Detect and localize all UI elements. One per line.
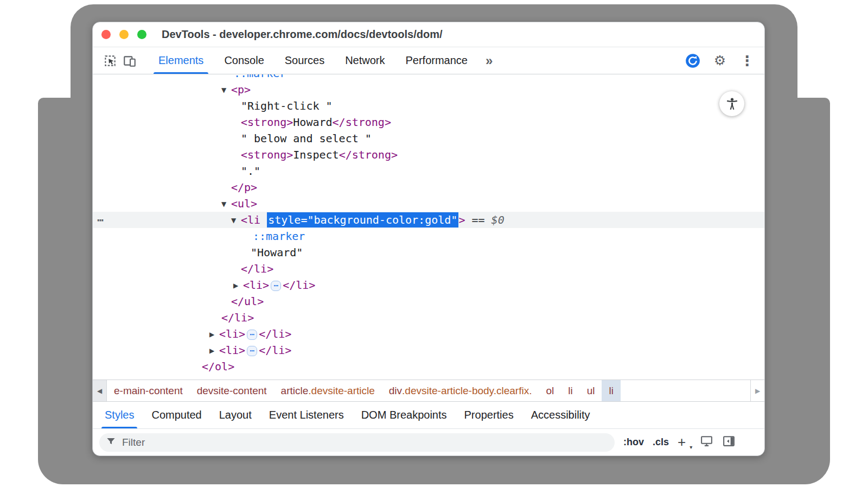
filter-input[interactable] (121, 436, 608, 449)
dom-tree-row[interactable]: ⋯▼<li style="background-color:gold"> == … (93, 212, 764, 228)
dom-tree-row[interactable]: "Right-click " (93, 98, 764, 114)
tab-sources[interactable]: Sources (275, 47, 335, 74)
window-title: DevTools - developer.chrome.com/docs/dev… (162, 28, 443, 41)
tab-computed[interactable]: Computed (143, 402, 210, 428)
dom-tree-row[interactable]: ▼<ul> (93, 195, 764, 212)
toolbar-right: ⚙ ⋮ (683, 47, 757, 74)
rendering-emulation-icon[interactable] (700, 434, 713, 450)
dom-tree-row[interactable]: <strong>Howard</strong> (93, 114, 764, 130)
crumb-classes: .devsite-article (308, 385, 375, 397)
breadcrumb-item-article-devsite-article[interactable]: article.devsite-article (274, 380, 382, 401)
crumb-scroll-right-icon[interactable]: ▶ (750, 380, 764, 401)
dom-token-tag: </strong> (339, 148, 398, 161)
expand-arrow-icon[interactable]: ▶ (209, 343, 219, 359)
tab-layout[interactable]: Layout (210, 402, 260, 428)
dom-tree-row[interactable]: "Howard" (93, 244, 764, 261)
tab-accessibility[interactable]: Accessibility (522, 402, 599, 428)
dom-tree-row[interactable]: ::marker (93, 228, 764, 244)
dom-token-attrsel: style="background-color:gold" (267, 212, 458, 227)
dom-token-eq: == (465, 213, 491, 226)
dom-tree-row[interactable]: ▶<li>⋯</li> (93, 326, 764, 342)
tab-dom-breakpoints[interactable]: DOM Breakpoints (353, 402, 456, 428)
collapsed-content-icon[interactable]: ⋯ (247, 346, 257, 356)
collapse-arrow-icon[interactable]: ▼ (221, 82, 231, 98)
more-tabs-button[interactable]: » (478, 47, 500, 74)
dom-token-text: "." (241, 165, 260, 178)
breadcrumb-item-ol[interactable]: ol (539, 380, 561, 401)
panel-tabs: ElementsConsoleSourcesNetworkPerformance (148, 47, 478, 74)
dom-tree-row[interactable]: </ul> (93, 293, 764, 309)
tab-styles[interactable]: Styles (96, 402, 143, 428)
breadcrumb-item-ul[interactable]: ul (580, 380, 602, 401)
dom-token-tag: </li> (259, 327, 291, 340)
dom-tree-row[interactable]: ▼<p> (93, 81, 764, 98)
dom-token-text: Howard (293, 116, 332, 129)
crumb-classes: .devsite-article-body.clearfix. (402, 385, 532, 397)
dom-token-tag: <strong> (241, 148, 293, 161)
dom-token-tag: </p> (231, 181, 257, 194)
more-actions-icon[interactable]: ⋯ (97, 212, 104, 228)
dom-tree-row[interactable]: "." (93, 163, 764, 179)
traffic-lights (101, 30, 146, 39)
sidebar-toggle-icon[interactable] (722, 434, 736, 450)
breadcrumb-item-div-devsite-article-body-clearfix[interactable]: div.devsite-article-body.clearfix. (382, 380, 539, 401)
dom-tree-row[interactable]: </li> (93, 261, 764, 277)
tab-console[interactable]: Console (214, 47, 274, 74)
expand-arrow-icon[interactable]: ▶ (209, 326, 219, 343)
styles-panel-tabs: StylesComputedLayoutEvent ListenersDOM B… (93, 401, 764, 428)
tab-properties[interactable]: Properties (456, 402, 522, 428)
element-state-button[interactable]: :hov (623, 437, 644, 448)
dom-tree-row[interactable]: ▶<li>⋯</li> (93, 342, 764, 358)
settings-gear-icon[interactable]: ⚙ (710, 53, 730, 68)
dom-tree-row[interactable]: ▶<li>⋯</li> (93, 277, 764, 293)
caret-down-icon: ▾ (690, 444, 692, 450)
collapsed-content-icon[interactable]: ⋯ (271, 281, 281, 291)
new-style-rule-button[interactable]: + ▾ (678, 434, 691, 451)
collapse-arrow-icon[interactable]: ▼ (221, 196, 231, 212)
crumb-tag: ul (587, 385, 595, 397)
expand-arrow-icon[interactable]: ▶ (233, 277, 243, 294)
crumb-tag: div (389, 385, 402, 397)
dom-tree-row[interactable]: <strong>Inspect</strong> (93, 147, 764, 163)
dom-token-tag: </li> (283, 279, 315, 292)
dom-tree-row[interactable]: </p> (93, 179, 764, 195)
breadcrumb-item-li[interactable]: li (561, 380, 579, 401)
dom-token-pseudo: ::marker (234, 74, 286, 80)
tab-event-listeners[interactable]: Event Listeners (260, 402, 353, 428)
dom-tree-row[interactable]: " below and select " (93, 130, 764, 147)
breadcrumb-item-li[interactable]: li (602, 380, 620, 401)
dom-token-tag: > (458, 213, 465, 226)
crumb-scroll-left-icon[interactable]: ◀ (93, 380, 107, 401)
dom-token-text: Inspect (293, 148, 339, 161)
inspect-icon[interactable] (100, 47, 120, 74)
dom-token-tag: <li> (243, 279, 269, 292)
close-button[interactable] (101, 30, 111, 39)
tab-performance[interactable]: Performance (395, 47, 478, 74)
breadcrumb-item-e-main-content[interactable]: e-main-content (107, 380, 190, 401)
dom-token-tag: <p> (231, 83, 251, 96)
dom-tree-row[interactable]: ::marker (93, 74, 764, 81)
breadcrumb-item-devsite-content[interactable]: devsite-content (190, 380, 274, 401)
dom-token-tag: <strong> (241, 116, 293, 129)
dom-token-tag: <li> (219, 344, 245, 357)
minimize-button[interactable] (119, 30, 129, 39)
filter-input-wrap (99, 433, 615, 452)
kebab-menu-icon[interactable]: ⋮ (737, 53, 757, 69)
title-bar: DevTools - developer.chrome.com/docs/dev… (93, 22, 764, 47)
zoom-button[interactable] (137, 30, 146, 39)
crumb-tag: li (609, 385, 613, 397)
collapsed-content-icon[interactable]: ⋯ (247, 330, 257, 340)
dom-tree-row[interactable]: </ol> (93, 358, 764, 375)
element-classes-button[interactable]: .cls (653, 437, 669, 448)
dom-token-pseudo: ::marker (253, 230, 305, 243)
tab-elements[interactable]: Elements (148, 47, 214, 74)
crumb-tag: article (281, 385, 309, 397)
device-toolbar-icon[interactable] (120, 47, 139, 74)
filter-funnel-icon (106, 436, 116, 448)
dom-tree-row[interactable]: </li> (93, 309, 764, 326)
update-icon[interactable] (683, 53, 703, 68)
collapse-arrow-icon[interactable]: ▼ (231, 212, 241, 229)
dom-token-tag: </ul> (231, 295, 264, 308)
tab-network[interactable]: Network (335, 47, 395, 74)
dom-tree: ::marker▼<p>"Right-click "<strong>Howard… (93, 74, 764, 380)
